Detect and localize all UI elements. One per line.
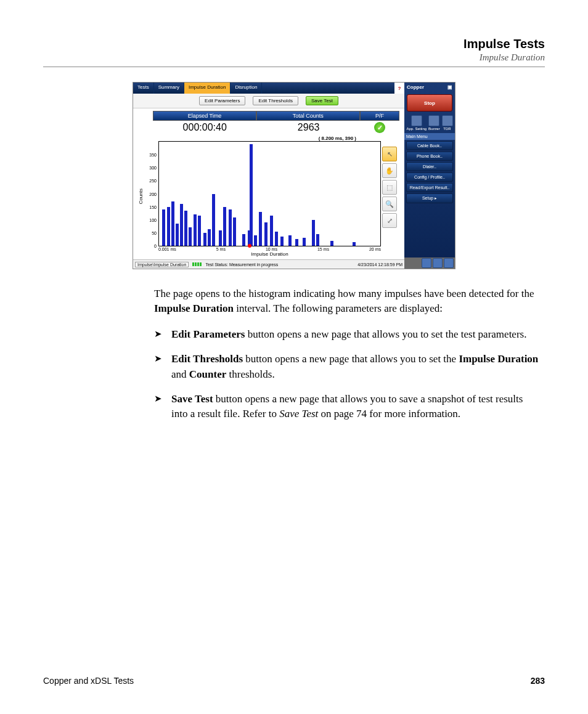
tray-info-icon[interactable] [422,258,431,268]
tab-disruption[interactable]: Disruption [231,83,262,94]
stop-button[interactable]: Stop [407,94,452,112]
histogram-bar [303,238,306,246]
histogram-bar [295,239,298,246]
histogram-bar [176,224,179,246]
histogram-bar [208,229,211,246]
chart-x-axis-label: Impulse Duration [158,251,381,257]
bullet-save-test: Save Test button opens a new page that a… [154,392,539,421]
app-setting-shortcut[interactable]: App. Setting [406,115,427,131]
histogram-bar [242,234,245,246]
chart-toolbar: ↖ ✋ ⬚ 🔍 ⤢ [381,136,399,257]
histogram-bar [254,235,257,246]
histogram-bar [288,235,292,246]
side-menu-item[interactable]: Cable Book.. [406,141,453,150]
edit-parameters-button[interactable]: Edit Parameters [199,96,245,105]
histogram-bar [264,222,267,246]
side-menu-item[interactable]: Config / Profile.. [406,172,453,182]
side-menu-item[interactable]: Phone Book.. [406,152,453,161]
side-menu-item[interactable]: Setup ▸ [406,193,453,203]
y-tick: 150 [149,205,157,209]
header-rule [43,67,545,67]
col-elapsed-time: Elapsed Time [153,111,256,121]
x-tick: 15 ms [317,247,329,251]
x-tick: 20 ms [369,247,381,251]
histogram-bar [229,209,232,246]
buzzer-shortcut[interactable]: Buzzer [428,115,440,131]
pan-tool-icon[interactable]: ✋ [382,163,397,178]
status-text: Test Status: Measurement in progress [205,262,278,267]
histogram-bar [312,220,315,246]
histogram-bar [189,227,192,246]
zoom-area-tool-icon[interactable]: ⬚ [382,180,397,195]
histogram-bar [233,217,236,246]
footer-book-title: Copper and xDSL Tests [43,676,134,686]
bullet-edit-parameters: Edit Parameters button opens a new page … [154,327,539,342]
tab-tests[interactable]: Tests [133,83,154,94]
edit-thresholds-button[interactable]: Edit Thresholds [253,96,298,105]
histogram-bar [171,201,174,246]
tab-impulse-duration[interactable]: Impulse Duration [184,83,231,94]
device-screenshot: Tests Summary Impulse Duration Disruptio… [133,82,455,269]
save-test-button[interactable]: Save Test [306,96,338,105]
histogram-bar [184,211,187,246]
elapsed-time-value: 000:00:40 [153,122,256,133]
histogram-bar [162,209,165,246]
status-path: Impulse\Impulse Duration [135,262,189,267]
histogram-bar [353,242,356,246]
y-tick: 350 [149,153,157,157]
main-menu-header: Main Menu [404,133,455,140]
histogram-bar [275,232,278,246]
histogram-bar [223,207,226,246]
system-tray [404,258,455,269]
histogram-bar [219,230,222,246]
col-pass-fail: P/F [360,111,399,121]
histogram-bar [250,144,253,246]
histogram-bar [316,234,319,246]
histogram-plot[interactable]: 050100150200250300350 [158,141,381,246]
side-corner-icon[interactable]: ▣ [447,84,452,90]
side-menu-item[interactable]: Read/Export Result.. [406,183,453,192]
histogram-bar [330,241,333,246]
col-total-counts: Total Counts [256,111,360,121]
help-icon[interactable]: ? [394,83,404,94]
bullet-edit-thresholds: Edit Thresholds button opens a new page … [154,352,539,381]
buzzer-icon [428,115,439,126]
side-menu-item[interactable]: Dialer.. [406,162,453,171]
tray-camera-icon[interactable] [444,258,454,268]
status-bar: Impulse\Impulse Duration Test Status: Me… [133,259,404,269]
tdr-icon [442,115,453,126]
x-tick: 0.001 ms [158,247,176,251]
y-tick: 50 [152,230,157,235]
fit-tool-icon[interactable]: ⤢ [382,213,397,228]
histogram-bar [280,237,284,246]
pass-icon: ✓ [374,122,385,133]
side-panel: Copper▣ Stop App. Setting Buzzer TDR Mai… [404,83,455,269]
battery-icon [192,262,202,266]
tdr-shortcut[interactable]: TDR [442,115,453,131]
tab-bar: Tests Summary Impulse Duration Disruptio… [133,83,404,94]
tab-summary[interactable]: Summary [154,83,184,94]
histogram-bar [259,212,262,246]
intro-paragraph: The page opens to the histogram indicati… [154,286,539,316]
histogram-bar [270,216,273,246]
page-header-title: Impulse Tests [43,37,545,51]
side-title: Copper [407,84,424,90]
histogram-bar [198,216,201,246]
histogram-bar [203,233,206,246]
cursor-marker-icon[interactable] [248,244,251,248]
histogram-bar [194,214,197,246]
chart-y-axis-label: Counts [138,189,144,204]
chart-cursor-tooltip: ( 8.200 ms, 390 ) [145,136,381,141]
page-header-subtitle: Impulse Duration [43,52,545,63]
chart-x-ticks: 0.001 ms5 ms10 ms15 ms20 ms [158,247,381,251]
footer-page-number: 283 [531,676,545,686]
total-counts-value: 2963 [256,122,360,133]
pointer-tool-icon[interactable]: ↖ [382,147,397,161]
y-tick: 200 [149,192,157,196]
zoom-tool-icon[interactable]: 🔍 [382,197,397,211]
y-tick: 100 [149,217,157,222]
histogram-bar [167,207,170,246]
tray-keyboard-icon[interactable] [433,258,443,268]
y-tick: 250 [149,179,157,183]
status-timestamp: 4/23/2014 12:18:59 PM [357,262,402,267]
